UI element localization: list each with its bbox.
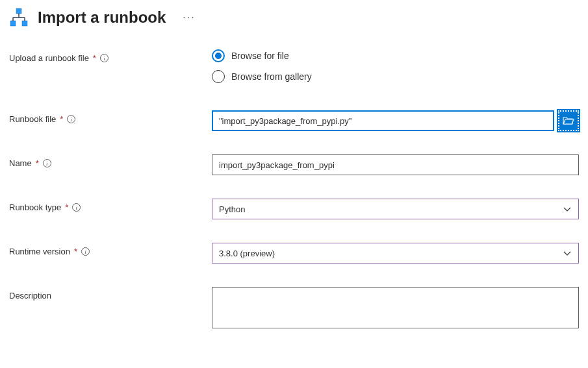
row-runbook-type: Runbook type * i Python bbox=[9, 199, 579, 219]
runbook-type-value: Python bbox=[219, 204, 245, 214]
name-input[interactable] bbox=[212, 154, 579, 175]
runbook-tree-icon bbox=[9, 8, 29, 27]
info-icon[interactable]: i bbox=[72, 203, 81, 212]
row-runbook-file: Runbook file * i bbox=[9, 110, 579, 131]
label-runtime-version: Runtime version * i bbox=[9, 243, 212, 256]
info-icon[interactable]: i bbox=[81, 247, 90, 256]
radio-browse-gallery[interactable]: Browse from gallery bbox=[212, 70, 312, 83]
svg-rect-6 bbox=[22, 21, 27, 26]
runbook-file-input[interactable] bbox=[212, 110, 554, 131]
runtime-version-select[interactable]: 3.8.0 (preview) bbox=[212, 243, 579, 264]
radio-circle-icon bbox=[212, 49, 225, 62]
label-description-text: Description bbox=[9, 291, 51, 301]
row-description: Description bbox=[9, 287, 579, 328]
radio-browse-gallery-label: Browse from gallery bbox=[231, 71, 312, 82]
radio-circle-icon bbox=[212, 70, 225, 83]
required-marker: * bbox=[74, 247, 77, 256]
svg-rect-0 bbox=[16, 8, 21, 14]
label-runbook-file-text: Runbook file bbox=[9, 114, 56, 124]
label-description: Description bbox=[9, 287, 212, 301]
upload-source-radio-group: Browse for file Browse from gallery bbox=[212, 49, 312, 83]
radio-browse-file-label: Browse for file bbox=[231, 51, 289, 61]
info-icon[interactable]: i bbox=[67, 115, 75, 123]
row-runtime-version: Runtime version * i 3.8.0 (preview) bbox=[9, 243, 579, 264]
page-title: Import a runbook bbox=[38, 8, 166, 27]
page-header: Import a runbook ··· bbox=[9, 8, 579, 27]
required-marker: * bbox=[65, 202, 68, 212]
label-runbook-type: Runbook type * i bbox=[9, 199, 212, 212]
required-marker: * bbox=[93, 53, 96, 63]
required-marker: * bbox=[36, 158, 39, 168]
row-upload-source: Upload a runbook file * i Browse for fil… bbox=[9, 49, 579, 83]
import-form: Upload a runbook file * i Browse for fil… bbox=[9, 49, 579, 328]
info-icon[interactable]: i bbox=[43, 159, 51, 167]
runbook-type-select[interactable]: Python bbox=[212, 199, 579, 219]
chevron-down-icon bbox=[563, 249, 572, 258]
runtime-version-value: 3.8.0 (preview) bbox=[219, 249, 275, 258]
label-name: Name * i bbox=[9, 154, 212, 168]
required-marker: * bbox=[60, 114, 63, 124]
chevron-down-icon bbox=[563, 204, 572, 214]
folder-open-icon bbox=[563, 116, 574, 127]
label-upload-text: Upload a runbook file bbox=[9, 53, 89, 63]
label-runbook-type-text: Runbook type bbox=[9, 202, 61, 212]
radio-browse-file[interactable]: Browse for file bbox=[212, 49, 312, 62]
label-name-text: Name bbox=[9, 158, 32, 168]
description-textarea[interactable] bbox=[212, 287, 579, 328]
label-runbook-file: Runbook file * i bbox=[9, 110, 212, 124]
more-actions-button[interactable]: ··· bbox=[177, 9, 200, 26]
browse-file-button[interactable] bbox=[558, 110, 579, 131]
label-upload: Upload a runbook file * i bbox=[9, 49, 212, 63]
info-icon[interactable]: i bbox=[100, 54, 109, 62]
label-runtime-version-text: Runtime version bbox=[9, 247, 70, 256]
row-name: Name * i bbox=[9, 154, 579, 175]
svg-rect-5 bbox=[10, 21, 16, 26]
